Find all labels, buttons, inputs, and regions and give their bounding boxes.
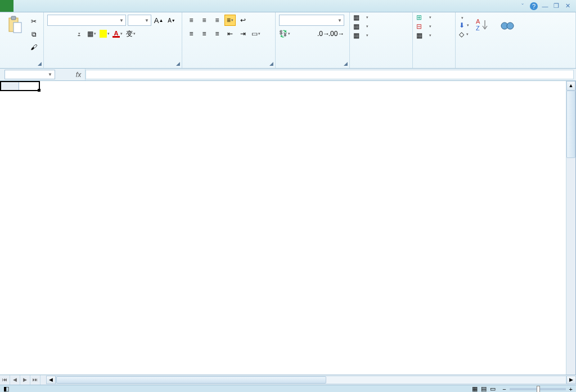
svg-rect-1 [11, 16, 16, 20]
tab-last-button[interactable]: ⏭ [30, 375, 40, 385]
name-box[interactable]: ▼ [4, 70, 55, 79]
svg-text:A: A [476, 18, 480, 25]
view-normal-icon[interactable]: ▦ [472, 385, 478, 392]
fx-icon[interactable]: fx [72, 69, 86, 80]
sheet-tab-bar: ⏮ ◀ ▶ ⏭ ◀ ▶ [0, 375, 576, 385]
svg-text:Z: Z [476, 25, 480, 31]
dialog-launcher-icon[interactable]: ◢ [269, 61, 273, 66]
vertical-scrollbar[interactable]: ▲ [566, 81, 575, 375]
binoculars-icon [498, 16, 516, 34]
dialog-launcher-icon[interactable]: ◢ [38, 61, 42, 66]
insert-cells-button[interactable]: ⊞▾ [416, 13, 431, 21]
formula-input[interactable] [86, 70, 574, 79]
orientation-button[interactable]: ≡▾ [224, 15, 236, 26]
autosum-button[interactable]: ▾ [459, 16, 469, 20]
border-button[interactable]: ▦▾ [86, 28, 97, 39]
wrap-text-button[interactable]: ↩ [237, 15, 249, 26]
cut-button[interactable]: ✂ [28, 16, 39, 27]
align-middle-button[interactable]: ≡ [199, 15, 210, 26]
svg-rect-2 [14, 22, 21, 33]
font-name-combo[interactable]: ▼ [47, 15, 126, 26]
number-format-combo[interactable]: ▼ [279, 15, 344, 26]
zoom-slider[interactable] [510, 388, 566, 390]
tab-file[interactable] [0, 0, 14, 12]
align-right-button[interactable]: ≡ [212, 28, 223, 39]
paste-button[interactable] [3, 15, 26, 36]
comma-button[interactable] [305, 28, 316, 39]
indent-decrease-button[interactable]: ⇤ [224, 28, 236, 39]
cell-style-button[interactable]: ▦▾ [353, 31, 368, 39]
menu-bar: ˇ ? — ❐ ✕ [0, 0, 576, 12]
ribbon-min-icon[interactable]: ˇ [519, 2, 526, 10]
sort-filter-button[interactable]: AZ [471, 15, 494, 36]
horizontal-scrollbar[interactable]: ◀ ▶ [46, 375, 576, 385]
clear-button[interactable]: ◇▾ [459, 30, 469, 38]
align-left-button[interactable]: ≡ [186, 28, 197, 39]
ribbon: ✂ ⧉ 🖌 ◢ ▼ ▼ A▲ A▼ ▾ ▦▾ ▾ A▾ 变▾ [0, 12, 576, 69]
zoom-in-button[interactable]: + [569, 386, 573, 393]
merge-button[interactable]: ▭▾ [250, 28, 262, 39]
formula-bar: ▼ fx [0, 69, 576, 81]
find-select-button[interactable] [496, 15, 519, 36]
copy-button[interactable]: ⧉ [28, 29, 39, 40]
format-cells-button[interactable]: ▦▾ [416, 31, 431, 39]
align-center-button[interactable]: ≡ [199, 28, 210, 39]
phonetic-button[interactable]: 变▾ [125, 28, 136, 39]
format-painter-button[interactable]: 🖌 [28, 42, 39, 53]
increase-decimal-button[interactable]: .0→ [318, 28, 329, 39]
hscroll-thumb[interactable] [56, 376, 326, 384]
italic-button[interactable] [60, 28, 71, 39]
help-icon[interactable]: ? [530, 2, 538, 10]
percent-button[interactable] [292, 28, 303, 39]
fill-color-button[interactable]: ▾ [99, 28, 110, 39]
delete-cells-button[interactable]: ⊟▾ [416, 22, 431, 30]
svg-point-6 [507, 22, 514, 29]
clipboard-icon [6, 16, 24, 34]
sort-icon: AZ [474, 16, 492, 34]
accounting-button[interactable]: 💱▾ [279, 28, 290, 39]
title-cell[interactable] [19, 91, 219, 114]
align-bottom-button[interactable]: ≡ [212, 15, 223, 26]
decrease-decimal-button[interactable]: .00→ [331, 28, 342, 39]
shrink-font-button[interactable]: A▼ [166, 15, 177, 26]
window-min-icon[interactable]: — [541, 2, 549, 10]
cond-format-button[interactable]: ▦▾ [353, 13, 368, 21]
font-color-button[interactable]: A▾ [112, 28, 123, 39]
indent-increase-button[interactable]: ⇥ [237, 28, 249, 39]
scroll-right-button[interactable]: ▶ [566, 376, 576, 384]
font-size-combo[interactable]: ▼ [128, 15, 151, 26]
tab-prev-button[interactable]: ◀ [10, 375, 20, 385]
grow-font-button[interactable]: A▲ [153, 15, 164, 26]
bold-button[interactable] [47, 28, 58, 39]
window-close-icon[interactable]: ✕ [564, 2, 572, 10]
table-format-button[interactable]: ▦▾ [353, 22, 368, 30]
zoom-out-button[interactable]: − [502, 386, 506, 393]
scroll-thumb[interactable] [566, 91, 575, 158]
app-icon: ◧ [3, 385, 9, 392]
view-break-icon[interactable]: ▭ [490, 385, 496, 392]
tab-next-button[interactable]: ▶ [20, 375, 30, 385]
window-restore-icon[interactable]: ❐ [552, 2, 560, 10]
view-layout-icon[interactable]: ▤ [481, 385, 487, 392]
scroll-left-button[interactable]: ◀ [46, 376, 56, 384]
fill-button[interactable]: ⬇▾ [459, 21, 469, 29]
tab-first-button[interactable]: ⏮ [0, 375, 10, 385]
status-bar: ◧ ▦ ▤ ▭ − + [0, 385, 576, 392]
select-all-corner[interactable] [0, 81, 19, 91]
scroll-up-button[interactable]: ▲ [566, 81, 575, 91]
dialog-launcher-icon[interactable]: ◢ [344, 61, 348, 66]
dialog-launcher-icon[interactable]: ◢ [176, 61, 180, 66]
underline-button[interactable]: ▾ [73, 28, 84, 39]
align-top-button[interactable]: ≡ [186, 15, 197, 26]
spreadsheet-grid[interactable]: ▲ [0, 81, 576, 375]
